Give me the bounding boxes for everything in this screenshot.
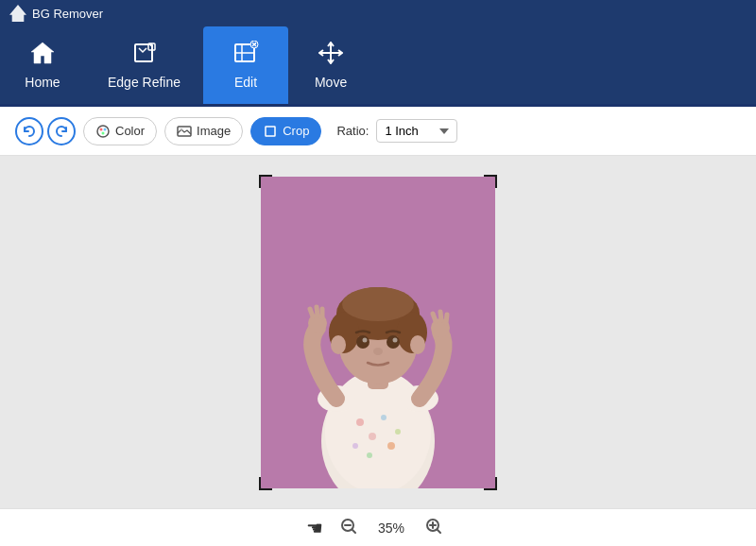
crop-icon [263, 124, 278, 139]
edit-icon [232, 41, 259, 69]
svg-point-7 [100, 128, 103, 130]
undo-redo-group [15, 117, 76, 145]
image-button[interactable]: Image [164, 117, 243, 145]
zoom-level: 35% [374, 520, 408, 536]
svg-point-11 [180, 128, 182, 130]
svg-point-32 [342, 287, 414, 321]
svg-line-42 [352, 530, 355, 533]
nav-home-label: Home [25, 75, 60, 90]
undo-button[interactable] [15, 117, 43, 145]
svg-rect-0 [135, 44, 152, 61]
svg-point-38 [331, 335, 346, 354]
ratio-label: Ratio: [336, 124, 369, 138]
nav-item-move[interactable]: Move [288, 26, 373, 104]
hand-cursor-icon: ☚ [306, 517, 323, 539]
nav-edit-label: Edit [234, 75, 257, 90]
app-title: BG Remover [32, 7, 103, 21]
crop-button[interactable]: Crop [250, 117, 321, 145]
move-icon [318, 41, 344, 69]
app-icon [9, 5, 26, 22]
svg-point-8 [104, 128, 107, 130]
child-image [261, 177, 495, 488]
svg-line-46 [438, 530, 440, 533]
nav-edge-label: Edge Refine [108, 75, 180, 90]
svg-rect-12 [266, 127, 275, 136]
color-icon [95, 124, 111, 139]
photo-bg [261, 177, 495, 488]
photo-container [261, 177, 495, 488]
svg-point-19 [395, 429, 401, 435]
svg-point-16 [356, 418, 364, 426]
zoom-in-button[interactable] [418, 514, 450, 542]
zoom-out-button[interactable] [333, 514, 365, 542]
canvas-area [0, 156, 756, 508]
svg-point-37 [373, 348, 383, 355]
svg-point-9 [102, 131, 105, 134]
nav-item-home[interactable]: Home [0, 26, 85, 104]
home-icon [29, 41, 56, 69]
svg-point-6 [97, 126, 109, 137]
svg-point-34 [387, 335, 400, 349]
nav-bar: Home Edge Refine Edit [0, 26, 756, 107]
svg-point-18 [369, 433, 376, 440]
ratio-select[interactable]: 1 Inch 2 Inch Passport Custom [376, 119, 457, 143]
svg-point-35 [363, 337, 368, 342]
nav-item-edge-refine[interactable]: Edge Refine [85, 26, 203, 104]
toolbar: Color Image Crop Ratio: 1 Inch 2 Inch Pa… [0, 107, 756, 156]
svg-point-21 [387, 442, 395, 450]
nav-move-label: Move [315, 75, 347, 90]
title-bar: BG Remover [0, 0, 756, 26]
edge-refine-icon [131, 41, 158, 69]
redo-button[interactable] [47, 117, 76, 145]
status-bar: ☚ 35% [0, 508, 756, 546]
svg-point-20 [352, 443, 358, 449]
color-button[interactable]: Color [83, 117, 157, 145]
svg-point-22 [367, 452, 372, 458]
svg-point-39 [410, 335, 425, 354]
image-icon [177, 124, 192, 139]
svg-point-33 [356, 335, 369, 349]
svg-point-17 [381, 415, 387, 420]
nav-item-edit[interactable]: Edit [203, 26, 288, 104]
svg-point-36 [393, 337, 398, 342]
